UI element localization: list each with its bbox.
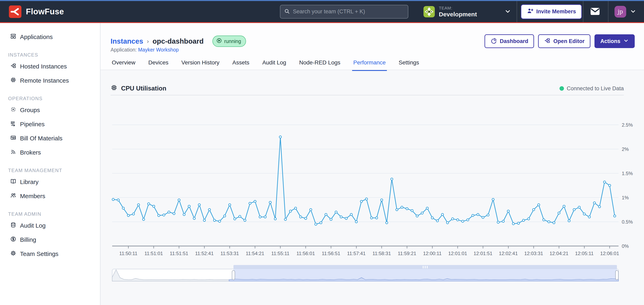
navbar-divider: [583, 1, 583, 22]
data-point: [497, 221, 499, 223]
tab-node-red-logs[interactable]: Node-RED Logs: [298, 57, 342, 71]
instance-name: opc-dashboard: [152, 37, 204, 45]
applications-icon: [10, 33, 16, 41]
sidebar-section-instances: INSTANCES: [0, 52, 100, 58]
x-axis-label: 11:59:21: [398, 251, 416, 256]
data-point: [224, 215, 226, 217]
application-link[interactable]: Mayker Workshop: [138, 47, 179, 52]
y-axis-label: 0.5%: [622, 219, 633, 225]
team-picker[interactable]: TEAM: Development: [424, 1, 516, 22]
data-point: [376, 217, 378, 219]
instance-tabs: Overview Devices Version History Assets …: [110, 57, 420, 71]
invite-members-button[interactable]: Invite Members: [521, 4, 582, 19]
chart-title: CPU Utilisation: [121, 85, 166, 92]
data-point: [578, 206, 580, 208]
brand[interactable]: FlowFuse: [9, 5, 64, 18]
y-axis-label: 0%: [622, 243, 629, 249]
application-label: Application:: [110, 47, 137, 52]
data-point: [391, 178, 393, 180]
data-point: [239, 215, 241, 218]
dashboard-button[interactable]: Dashboard: [484, 34, 534, 48]
sidebar-item-remote-instances[interactable]: Remote Instances: [0, 73, 100, 88]
connected-dot-icon: [560, 86, 564, 91]
invite-members-label: Invite Members: [536, 8, 576, 15]
sidebar-item-applications[interactable]: Applications: [0, 30, 100, 44]
x-axis-label: 11:50:11: [119, 251, 138, 256]
tab-devices[interactable]: Devices: [147, 57, 170, 71]
tab-audit-log[interactable]: Audit Log: [261, 57, 288, 71]
data-point: [441, 214, 444, 216]
sidebar-item-brokers[interactable]: Brokers: [0, 145, 100, 160]
x-axis-label: 11:55:11: [271, 251, 290, 256]
flowfuse-app: FlowFuse: [0, 0, 644, 305]
sidebar-item-groups[interactable]: Groups: [0, 103, 100, 117]
data-point: [315, 223, 317, 225]
sidebar-item-members[interactable]: Members: [0, 189, 100, 203]
data-point: [502, 220, 504, 222]
user-menu[interactable]: jp: [614, 6, 636, 17]
data-point: [355, 221, 357, 223]
data-point: [522, 219, 524, 221]
data-point: [142, 218, 145, 221]
breadcrumb-instances-link[interactable]: Instances: [110, 37, 143, 45]
sidebar-item-billing[interactable]: Billing: [0, 233, 100, 247]
data-point: [310, 209, 312, 211]
x-axis-label: 11:52:41: [195, 251, 214, 256]
sidebar-item-audit-log[interactable]: Audit Log: [0, 219, 100, 233]
data-point: [294, 207, 297, 209]
chip-icon: [10, 77, 16, 84]
data-point: [340, 216, 342, 218]
book-icon: [10, 178, 16, 186]
data-point: [593, 202, 596, 204]
tab-settings[interactable]: Settings: [398, 57, 420, 71]
data-point: [416, 215, 418, 217]
chart-header-divider: [110, 95, 624, 95]
sidebar-item-library[interactable]: Library: [0, 175, 100, 189]
x-axis-label: 12:01:51: [474, 251, 492, 256]
node-red-flow-icon: [544, 37, 550, 45]
instance-actions: Dashboard Open Editor Actions: [484, 34, 635, 48]
team-search[interactable]: [280, 5, 408, 18]
tab-performance[interactable]: Performance: [352, 57, 387, 71]
navigator-grip-icon[interactable]: [427, 266, 428, 269]
x-axis-label: 11:56:51: [322, 251, 340, 256]
navigator-grip-icon[interactable]: [423, 266, 424, 269]
table-icon: [10, 135, 16, 142]
actions-button[interactable]: Actions: [594, 34, 635, 48]
pipelines-icon: [10, 120, 16, 128]
data-point: [127, 214, 130, 217]
data-point: [148, 203, 150, 205]
sidebar-item-team-settings[interactable]: Team Settings: [0, 247, 100, 261]
data-point: [472, 214, 474, 217]
data-point: [300, 216, 302, 218]
navigator-handle-left[interactable]: [232, 271, 235, 280]
data-point: [168, 211, 170, 213]
data-point: [214, 219, 216, 221]
broadcast-icon: [10, 149, 16, 156]
tab-version-history[interactable]: Version History: [180, 57, 220, 71]
live-data-status-label: Connected to Live Data: [567, 85, 624, 92]
dashboard-button-label: Dashboard: [500, 38, 528, 44]
data-point: [598, 206, 600, 208]
data-point: [345, 217, 347, 220]
open-editor-button[interactable]: Open Editor: [538, 34, 590, 48]
tab-assets[interactable]: Assets: [231, 57, 251, 71]
data-point: [436, 220, 438, 222]
sidebar-item-bill-of-materials[interactable]: Bill Of Materials: [0, 131, 100, 145]
x-axis-label: 12:00:11: [423, 251, 442, 256]
data-point: [608, 184, 611, 187]
search-input[interactable]: [293, 8, 404, 15]
navigator-handle-right[interactable]: [616, 271, 618, 280]
application-row: Application: Mayker Workshop: [110, 47, 179, 53]
cpu-utilisation-chart[interactable]: 0%0.5%1%1.5%2%2.5%11:50:1111:51:0111:51:…: [100, 112, 644, 286]
sidebar-item-hosted-instances[interactable]: Hosted Instances: [0, 59, 100, 73]
tab-overview[interactable]: Overview: [110, 57, 137, 71]
x-axis-label: 11:57:41: [347, 251, 366, 256]
notifications-mail-button[interactable]: [590, 6, 601, 17]
sidebar-item-pipelines[interactable]: Pipelines: [0, 117, 100, 131]
data-point: [138, 204, 140, 206]
chart-title-group: CPU Utilisation: [110, 84, 166, 93]
navigator-grip-icon[interactable]: [425, 266, 426, 269]
sidebar-item-label: Bill Of Materials: [20, 135, 62, 142]
x-axis-label: 12:02:41: [499, 251, 518, 256]
